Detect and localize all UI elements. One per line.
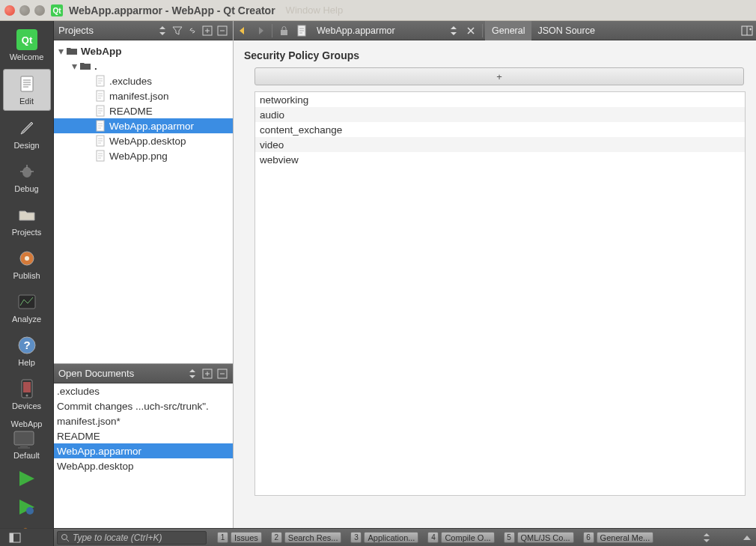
output-pane-tab[interactable]: 4Compile O... xyxy=(424,531,497,545)
tree-file[interactable]: WebApp.apparmor xyxy=(54,118,233,133)
nav-forward-button[interactable] xyxy=(252,22,269,39)
pane-label: Search Res... xyxy=(284,532,342,543)
mode-projects[interactable]: Projects xyxy=(3,201,51,241)
svg-point-14 xyxy=(25,256,29,261)
tree-label: WebApp xyxy=(81,46,122,57)
svg-marker-65 xyxy=(240,27,244,34)
folder-icon xyxy=(66,45,78,57)
policy-item[interactable]: webview xyxy=(255,152,745,167)
open-document-item[interactable]: .excludes xyxy=(54,383,233,398)
publish-disc-icon xyxy=(14,247,40,270)
policy-item[interactable]: content_exchange xyxy=(255,122,745,137)
tree-file[interactable]: README xyxy=(54,103,233,118)
tree-label: README xyxy=(109,106,153,117)
mode-debug[interactable]: Debug xyxy=(3,157,51,198)
svg-rect-81 xyxy=(10,533,13,542)
svg-rect-23 xyxy=(18,447,30,449)
debug-run-button[interactable] xyxy=(15,497,39,517)
tree-label: .excludes xyxy=(109,76,152,87)
kit-project: WebApp xyxy=(11,419,43,428)
mode-edit[interactable]: Edit xyxy=(3,69,51,111)
mode-welcome[interactable]: Qt Welcome xyxy=(3,25,51,66)
policy-group-list[interactable]: networkingaudiocontent_exchangevideowebv… xyxy=(254,91,746,496)
edit-document-icon xyxy=(14,73,40,95)
toggle-sidebar-button[interactable] xyxy=(0,529,54,547)
output-pane-tab[interactable]: 3Application... xyxy=(347,531,421,545)
split-add-icon[interactable] xyxy=(201,25,213,37)
projects-panel-header: Projects xyxy=(54,21,233,40)
projects-panel-title[interactable]: Projects xyxy=(58,25,153,36)
window-title: WebApp.apparmor - WebApp - Qt Creator xyxy=(69,4,275,16)
run-button[interactable] xyxy=(15,469,39,488)
tree-file[interactable]: WebApp.png xyxy=(54,148,233,163)
lock-icon[interactable] xyxy=(275,22,292,39)
tree-file[interactable]: manifest.json xyxy=(54,88,233,103)
pane-number: 1 xyxy=(217,532,228,543)
collapse-icon[interactable]: ▾ xyxy=(55,45,66,57)
open-documents-title[interactable]: Open Documents xyxy=(58,368,183,379)
link-icon[interactable] xyxy=(186,25,198,37)
svg-marker-28 xyxy=(159,32,165,35)
svg-text:?: ? xyxy=(23,339,30,351)
add-policy-button[interactable]: + xyxy=(254,67,744,85)
kit-selector[interactable]: WebApp Default xyxy=(11,419,43,460)
collapse-icon[interactable]: ▾ xyxy=(69,60,79,72)
tab-json-source[interactable]: JSON Source xyxy=(531,21,600,40)
help-question-icon: ? xyxy=(14,334,40,357)
tree-folder-dot[interactable]: ▾ . xyxy=(54,58,233,73)
file-icon xyxy=(94,135,106,147)
output-pane-tab[interactable]: 1Issues xyxy=(214,531,265,545)
policy-item[interactable]: audio xyxy=(255,107,745,122)
split-close-icon[interactable] xyxy=(216,25,228,37)
tree-label: manifest.json xyxy=(109,91,169,102)
project-tree[interactable]: ▾ WebApp ▾ . .excludesmanifest.jsonREADM… xyxy=(54,40,233,363)
svg-point-9 xyxy=(22,167,31,178)
analyze-graph-icon xyxy=(14,291,40,313)
open-document-item[interactable]: WebApp.desktop xyxy=(54,458,233,473)
window-buttons xyxy=(4,5,45,16)
mode-label: Welcome xyxy=(10,52,44,61)
open-document-item[interactable]: README xyxy=(54,428,233,443)
output-pane-tab[interactable]: 5QML/JS Co... xyxy=(501,531,577,545)
tree-file[interactable]: .excludes xyxy=(54,73,233,88)
nav-back-button[interactable] xyxy=(234,22,251,39)
split-editor-button[interactable] xyxy=(739,22,755,39)
file-selector-combo[interactable]: WebApp.apparmor xyxy=(312,23,462,38)
mode-devices[interactable]: Devices xyxy=(3,374,51,415)
open-document-item[interactable]: manifest.json* xyxy=(54,413,233,428)
svg-rect-67 xyxy=(281,30,287,35)
close-document-button[interactable] xyxy=(463,22,479,39)
policy-item[interactable]: networking xyxy=(255,92,745,107)
mode-publish[interactable]: Publish xyxy=(3,244,51,285)
output-pane-tab[interactable]: 2Search Res... xyxy=(268,531,345,545)
chevron-up-icon[interactable] xyxy=(741,532,753,544)
mode-label: Projects xyxy=(12,228,42,237)
mode-label: Design xyxy=(13,141,39,150)
split-close-icon[interactable] xyxy=(216,368,228,380)
updown-icon[interactable] xyxy=(186,368,198,380)
updown-icon[interactable] xyxy=(156,25,168,37)
close-window-button[interactable] xyxy=(4,5,15,16)
maximize-window-button[interactable] xyxy=(34,5,45,16)
tree-project-root[interactable]: ▾ WebApp xyxy=(54,43,233,58)
filter-icon[interactable] xyxy=(171,25,183,37)
tab-general[interactable]: General xyxy=(485,21,531,40)
updown-icon[interactable] xyxy=(701,532,713,544)
mode-analyze[interactable]: Analyze xyxy=(3,288,51,328)
locator-input[interactable]: Type to locate (Ctrl+K) xyxy=(57,531,207,545)
split-add-icon[interactable] xyxy=(201,368,213,380)
updown-icon xyxy=(450,26,457,35)
mode-design[interactable]: Design xyxy=(3,114,51,154)
folder-icon xyxy=(14,204,40,226)
open-document-item[interactable]: Commit changes ...uch-src/trunk". xyxy=(54,398,233,413)
svg-point-20 xyxy=(25,395,28,397)
design-pencil-icon xyxy=(14,117,40,139)
open-document-item[interactable]: WebApp.apparmor xyxy=(54,443,233,458)
tree-file[interactable]: WebApp.desktop xyxy=(54,133,233,148)
minimize-window-button[interactable] xyxy=(19,5,30,16)
pane-number: 5 xyxy=(504,532,515,543)
open-documents-list[interactable]: .excludesCommit changes ...uch-src/trunk… xyxy=(54,383,233,528)
output-pane-tab[interactable]: 6General Me... xyxy=(580,531,657,545)
mode-help[interactable]: ? Help xyxy=(3,331,51,371)
policy-item[interactable]: video xyxy=(255,137,745,152)
